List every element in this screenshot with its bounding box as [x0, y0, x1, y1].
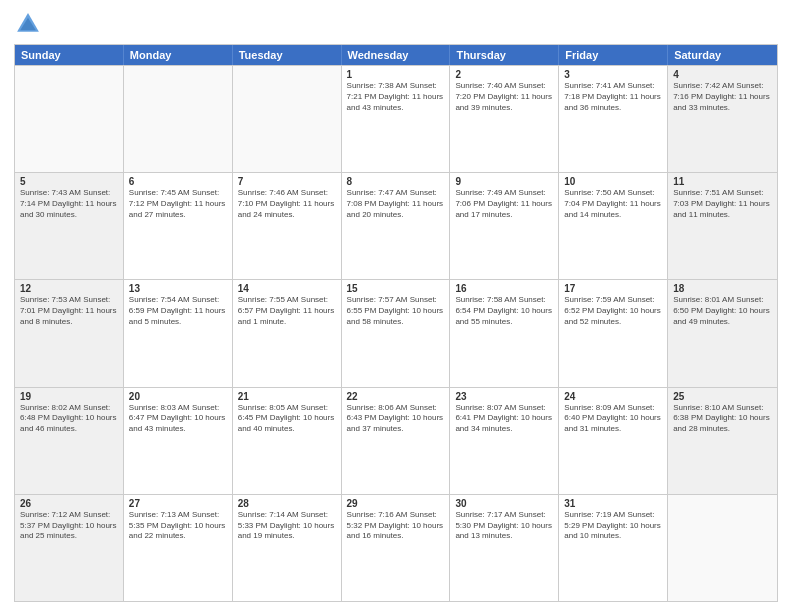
- cell-info: Sunrise: 7:53 AM Sunset: 7:01 PM Dayligh…: [20, 295, 118, 327]
- day-number: 8: [347, 176, 445, 187]
- cell-info: Sunrise: 7:50 AM Sunset: 7:04 PM Dayligh…: [564, 188, 662, 220]
- day-number: 12: [20, 283, 118, 294]
- cell-info: Sunrise: 7:47 AM Sunset: 7:08 PM Dayligh…: [347, 188, 445, 220]
- day-number: 31: [564, 498, 662, 509]
- day-number: 28: [238, 498, 336, 509]
- cell-info: Sunrise: 7:17 AM Sunset: 5:30 PM Dayligh…: [455, 510, 553, 542]
- calendar-cell: 16Sunrise: 7:58 AM Sunset: 6:54 PM Dayli…: [450, 280, 559, 386]
- cell-info: Sunrise: 7:51 AM Sunset: 7:03 PM Dayligh…: [673, 188, 772, 220]
- day-number: 11: [673, 176, 772, 187]
- calendar-cell: [668, 495, 777, 601]
- day-number: 20: [129, 391, 227, 402]
- calendar-cell: 12Sunrise: 7:53 AM Sunset: 7:01 PM Dayli…: [15, 280, 124, 386]
- cell-info: Sunrise: 8:06 AM Sunset: 6:43 PM Dayligh…: [347, 403, 445, 435]
- calendar-cell: 8Sunrise: 7:47 AM Sunset: 7:08 PM Daylig…: [342, 173, 451, 279]
- calendar-cell: 27Sunrise: 7:13 AM Sunset: 5:35 PM Dayli…: [124, 495, 233, 601]
- calendar-cell: 21Sunrise: 8:05 AM Sunset: 6:45 PM Dayli…: [233, 388, 342, 494]
- cell-info: Sunrise: 7:14 AM Sunset: 5:33 PM Dayligh…: [238, 510, 336, 542]
- cell-info: Sunrise: 7:46 AM Sunset: 7:10 PM Dayligh…: [238, 188, 336, 220]
- cell-info: Sunrise: 7:54 AM Sunset: 6:59 PM Dayligh…: [129, 295, 227, 327]
- calendar-cell: 19Sunrise: 8:02 AM Sunset: 6:48 PM Dayli…: [15, 388, 124, 494]
- header-cell-thursday: Thursday: [450, 45, 559, 65]
- cell-info: Sunrise: 7:13 AM Sunset: 5:35 PM Dayligh…: [129, 510, 227, 542]
- cell-info: Sunrise: 7:58 AM Sunset: 6:54 PM Dayligh…: [455, 295, 553, 327]
- calendar-cell: 20Sunrise: 8:03 AM Sunset: 6:47 PM Dayli…: [124, 388, 233, 494]
- calendar-cell: 31Sunrise: 7:19 AM Sunset: 5:29 PM Dayli…: [559, 495, 668, 601]
- day-number: 16: [455, 283, 553, 294]
- day-number: 4: [673, 69, 772, 80]
- calendar-cell: 5Sunrise: 7:43 AM Sunset: 7:14 PM Daylig…: [15, 173, 124, 279]
- calendar-cell: 7Sunrise: 7:46 AM Sunset: 7:10 PM Daylig…: [233, 173, 342, 279]
- day-number: 18: [673, 283, 772, 294]
- calendar-cell: 28Sunrise: 7:14 AM Sunset: 5:33 PM Dayli…: [233, 495, 342, 601]
- day-number: 26: [20, 498, 118, 509]
- cell-info: Sunrise: 7:16 AM Sunset: 5:32 PM Dayligh…: [347, 510, 445, 542]
- calendar-cell: 13Sunrise: 7:54 AM Sunset: 6:59 PM Dayli…: [124, 280, 233, 386]
- day-number: 22: [347, 391, 445, 402]
- header-cell-tuesday: Tuesday: [233, 45, 342, 65]
- calendar-cell: 11Sunrise: 7:51 AM Sunset: 7:03 PM Dayli…: [668, 173, 777, 279]
- cell-info: Sunrise: 7:38 AM Sunset: 7:21 PM Dayligh…: [347, 81, 445, 113]
- cell-info: Sunrise: 7:43 AM Sunset: 7:14 PM Dayligh…: [20, 188, 118, 220]
- day-number: 30: [455, 498, 553, 509]
- calendar-cell: 22Sunrise: 8:06 AM Sunset: 6:43 PM Dayli…: [342, 388, 451, 494]
- cell-info: Sunrise: 8:10 AM Sunset: 6:38 PM Dayligh…: [673, 403, 772, 435]
- day-number: 13: [129, 283, 227, 294]
- header-cell-friday: Friday: [559, 45, 668, 65]
- calendar-body: 1Sunrise: 7:38 AM Sunset: 7:21 PM Daylig…: [15, 65, 777, 601]
- day-number: 25: [673, 391, 772, 402]
- calendar-cell: 6Sunrise: 7:45 AM Sunset: 7:12 PM Daylig…: [124, 173, 233, 279]
- cell-info: Sunrise: 8:07 AM Sunset: 6:41 PM Dayligh…: [455, 403, 553, 435]
- calendar-cell: 30Sunrise: 7:17 AM Sunset: 5:30 PM Dayli…: [450, 495, 559, 601]
- day-number: 23: [455, 391, 553, 402]
- calendar-row-3: 19Sunrise: 8:02 AM Sunset: 6:48 PM Dayli…: [15, 387, 777, 494]
- day-number: 24: [564, 391, 662, 402]
- calendar-row-4: 26Sunrise: 7:12 AM Sunset: 5:37 PM Dayli…: [15, 494, 777, 601]
- calendar-cell: 15Sunrise: 7:57 AM Sunset: 6:55 PM Dayli…: [342, 280, 451, 386]
- calendar-cell: 4Sunrise: 7:42 AM Sunset: 7:16 PM Daylig…: [668, 66, 777, 172]
- cell-info: Sunrise: 8:03 AM Sunset: 6:47 PM Dayligh…: [129, 403, 227, 435]
- cell-info: Sunrise: 7:42 AM Sunset: 7:16 PM Dayligh…: [673, 81, 772, 113]
- calendar-cell: 1Sunrise: 7:38 AM Sunset: 7:21 PM Daylig…: [342, 66, 451, 172]
- header-cell-monday: Monday: [124, 45, 233, 65]
- page: SundayMondayTuesdayWednesdayThursdayFrid…: [0, 0, 792, 612]
- calendar-cell: 18Sunrise: 8:01 AM Sunset: 6:50 PM Dayli…: [668, 280, 777, 386]
- cell-info: Sunrise: 8:09 AM Sunset: 6:40 PM Dayligh…: [564, 403, 662, 435]
- day-number: 1: [347, 69, 445, 80]
- calendar-cell: 26Sunrise: 7:12 AM Sunset: 5:37 PM Dayli…: [15, 495, 124, 601]
- day-number: 5: [20, 176, 118, 187]
- day-number: 7: [238, 176, 336, 187]
- day-number: 19: [20, 391, 118, 402]
- calendar-cell: 2Sunrise: 7:40 AM Sunset: 7:20 PM Daylig…: [450, 66, 559, 172]
- cell-info: Sunrise: 8:05 AM Sunset: 6:45 PM Dayligh…: [238, 403, 336, 435]
- day-number: 14: [238, 283, 336, 294]
- cell-info: Sunrise: 8:01 AM Sunset: 6:50 PM Dayligh…: [673, 295, 772, 327]
- calendar-cell: [124, 66, 233, 172]
- day-number: 9: [455, 176, 553, 187]
- calendar-row-2: 12Sunrise: 7:53 AM Sunset: 7:01 PM Dayli…: [15, 279, 777, 386]
- header-cell-saturday: Saturday: [668, 45, 777, 65]
- day-number: 2: [455, 69, 553, 80]
- cell-info: Sunrise: 7:57 AM Sunset: 6:55 PM Dayligh…: [347, 295, 445, 327]
- cell-info: Sunrise: 7:45 AM Sunset: 7:12 PM Dayligh…: [129, 188, 227, 220]
- calendar-cell: 17Sunrise: 7:59 AM Sunset: 6:52 PM Dayli…: [559, 280, 668, 386]
- cell-info: Sunrise: 7:55 AM Sunset: 6:57 PM Dayligh…: [238, 295, 336, 327]
- cell-info: Sunrise: 8:02 AM Sunset: 6:48 PM Dayligh…: [20, 403, 118, 435]
- calendar: SundayMondayTuesdayWednesdayThursdayFrid…: [14, 44, 778, 602]
- calendar-row-0: 1Sunrise: 7:38 AM Sunset: 7:21 PM Daylig…: [15, 65, 777, 172]
- day-number: 15: [347, 283, 445, 294]
- day-number: 27: [129, 498, 227, 509]
- day-number: 17: [564, 283, 662, 294]
- header: [14, 10, 778, 38]
- header-cell-wednesday: Wednesday: [342, 45, 451, 65]
- calendar-cell: 10Sunrise: 7:50 AM Sunset: 7:04 PM Dayli…: [559, 173, 668, 279]
- day-number: 6: [129, 176, 227, 187]
- calendar-cell: 24Sunrise: 8:09 AM Sunset: 6:40 PM Dayli…: [559, 388, 668, 494]
- day-number: 3: [564, 69, 662, 80]
- cell-info: Sunrise: 7:59 AM Sunset: 6:52 PM Dayligh…: [564, 295, 662, 327]
- calendar-cell: 25Sunrise: 8:10 AM Sunset: 6:38 PM Dayli…: [668, 388, 777, 494]
- calendar-cell: 29Sunrise: 7:16 AM Sunset: 5:32 PM Dayli…: [342, 495, 451, 601]
- calendar-cell: [233, 66, 342, 172]
- calendar-row-1: 5Sunrise: 7:43 AM Sunset: 7:14 PM Daylig…: [15, 172, 777, 279]
- cell-info: Sunrise: 7:41 AM Sunset: 7:18 PM Dayligh…: [564, 81, 662, 113]
